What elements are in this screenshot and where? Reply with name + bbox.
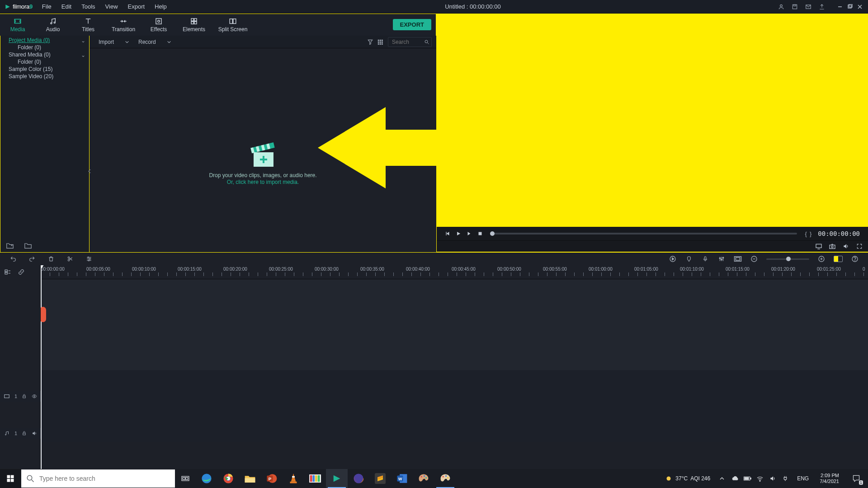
import-dropdown[interactable]: Import xyxy=(94,39,134,45)
action-center-icon[interactable]: 1 xyxy=(846,469,866,488)
timeline-body[interactable]: 00:00:00:0000:00:05:0000:00:10:0000:00:1… xyxy=(41,265,868,469)
tree-sample-video[interactable]: Sample Video (20) xyxy=(0,73,89,80)
video-lane[interactable] xyxy=(41,370,868,424)
tab-split-screen[interactable]: Split Screen xyxy=(212,14,254,35)
prev-frame-button[interactable] xyxy=(442,228,453,239)
mark-in-icon[interactable]: { xyxy=(805,230,807,237)
export-button[interactable]: EXPORT xyxy=(393,19,431,30)
app-edge[interactable] xyxy=(196,469,217,488)
video-track-header[interactable]: 1 xyxy=(0,391,41,402)
split-icon[interactable] xyxy=(66,255,74,263)
tray-plug-icon[interactable] xyxy=(781,474,790,483)
taskbar-search-input[interactable] xyxy=(39,469,175,488)
minimize-button[interactable] xyxy=(835,2,844,11)
media-dropzone[interactable]: Drop your video clips, images, or audio … xyxy=(209,141,316,186)
tab-transition[interactable]: Transition xyxy=(106,14,141,35)
snapshot-icon[interactable] xyxy=(828,242,836,250)
close-button[interactable] xyxy=(855,2,864,11)
zoom-slider[interactable] xyxy=(766,258,809,260)
account-icon[interactable] xyxy=(778,3,785,10)
taskbar-clock[interactable]: 2:09 PM 7/4/2021 xyxy=(816,473,843,484)
app-firefox[interactable] xyxy=(348,469,369,488)
menu-edit[interactable]: Edit xyxy=(57,0,76,14)
link-icon[interactable] xyxy=(17,268,25,276)
app-word[interactable]: W xyxy=(391,469,413,488)
app-filmora[interactable] xyxy=(326,469,348,488)
tray-wifi-icon[interactable] xyxy=(755,474,764,483)
app-explorer[interactable] xyxy=(239,469,261,488)
chevron-down-icon[interactable]: ⌄ xyxy=(81,38,85,44)
tree-folder-2[interactable]: Folder (0) xyxy=(0,58,89,66)
next-frame-button[interactable] xyxy=(464,228,475,239)
tab-elements[interactable]: Elements xyxy=(176,14,212,35)
menu-file[interactable]: File xyxy=(37,0,57,14)
audio-track-header[interactable]: 1 xyxy=(0,428,41,439)
edit-params-icon[interactable] xyxy=(85,255,93,263)
voiceover-icon[interactable] xyxy=(701,255,709,263)
audio-lane[interactable] xyxy=(41,424,868,442)
menu-export[interactable]: Export xyxy=(123,0,150,14)
tray-chevron-icon[interactable] xyxy=(717,474,726,483)
eye-icon[interactable] xyxy=(31,394,38,399)
zoom-fit-toggle[interactable] xyxy=(834,256,843,262)
preview-scrubber[interactable] xyxy=(490,233,797,235)
maximize-button[interactable] xyxy=(845,2,854,11)
open-folder-icon[interactable] xyxy=(23,241,33,249)
chevron-down-icon[interactable]: ⌄ xyxy=(81,52,85,58)
upload-icon[interactable] xyxy=(818,3,826,10)
filter-icon[interactable] xyxy=(365,37,375,47)
search-input[interactable] xyxy=(390,39,424,45)
tab-audio[interactable]: Audio xyxy=(35,14,71,35)
task-view-icon[interactable] xyxy=(175,469,196,488)
message-icon[interactable] xyxy=(805,3,812,10)
zoom-out-icon[interactable] xyxy=(750,255,758,263)
marker-icon[interactable] xyxy=(685,255,693,263)
grid-view-icon[interactable] xyxy=(375,37,385,47)
ratio-icon[interactable] xyxy=(734,255,742,263)
taskbar-search[interactable] xyxy=(21,469,175,488)
tab-media[interactable]: Media xyxy=(0,14,35,35)
app-chrome[interactable] xyxy=(217,469,239,488)
mute-icon[interactable] xyxy=(31,431,38,436)
play-button[interactable] xyxy=(453,228,464,239)
new-folder-icon[interactable] xyxy=(5,241,15,249)
lock-icon[interactable] xyxy=(22,394,27,399)
menu-view[interactable]: View xyxy=(100,0,123,14)
app-colors[interactable] xyxy=(304,469,326,488)
menu-help[interactable]: Help xyxy=(150,0,172,14)
record-dropdown[interactable]: Record xyxy=(134,39,176,45)
stop-button[interactable] xyxy=(475,228,486,239)
app-mspaint[interactable] xyxy=(434,469,456,488)
tray-battery-icon[interactable] xyxy=(743,474,752,483)
search-box[interactable] xyxy=(388,37,432,47)
tray-volume-icon[interactable] xyxy=(768,474,777,483)
tab-titles[interactable]: Titles xyxy=(71,14,106,35)
undo-icon[interactable] xyxy=(9,255,17,263)
save-icon[interactable] xyxy=(791,3,798,10)
language-indicator[interactable]: ENG xyxy=(793,475,812,482)
start-button[interactable] xyxy=(0,469,21,488)
lock-icon[interactable] xyxy=(22,431,27,436)
app-sublime[interactable] xyxy=(369,469,391,488)
weather-widget[interactable]: 37°C AQI 246 xyxy=(661,474,714,483)
tree-folder-1[interactable]: Folder (0) xyxy=(0,44,89,51)
panel-expand-handle[interactable] xyxy=(88,162,91,180)
mixer-icon[interactable] xyxy=(717,255,726,263)
delete-icon[interactable] xyxy=(47,255,55,263)
redo-icon[interactable] xyxy=(28,255,36,263)
app-powerpoint[interactable]: P xyxy=(261,469,283,488)
tree-sample-color[interactable]: Sample Color (15) xyxy=(0,66,89,73)
tray-onedrive-icon[interactable] xyxy=(730,474,739,483)
app-paint3d[interactable] xyxy=(413,469,434,488)
playhead-marker[interactable] xyxy=(41,307,46,322)
mark-out-icon[interactable]: } xyxy=(810,230,811,237)
tree-project-media[interactable]: Project Media (0)⌄ xyxy=(0,37,89,44)
app-vlc[interactable] xyxy=(283,469,304,488)
render-icon[interactable] xyxy=(669,255,677,263)
timeline-ruler[interactable]: 00:00:00:0000:00:05:0000:00:10:0000:00:1… xyxy=(41,265,868,279)
playhead[interactable] xyxy=(41,265,42,469)
fullscreen-icon[interactable] xyxy=(855,242,863,250)
volume-icon[interactable] xyxy=(842,242,850,250)
tree-shared-media[interactable]: Shared Media (0)⌄ xyxy=(0,51,89,58)
zoom-in-icon[interactable] xyxy=(817,255,826,263)
